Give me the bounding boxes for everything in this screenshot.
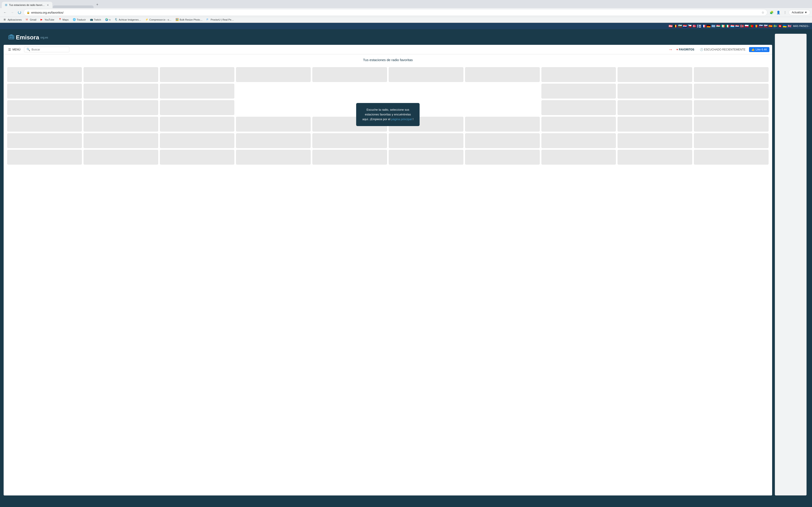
station-card[interactable] (694, 133, 768, 148)
station-card[interactable] (236, 150, 311, 165)
bookmark-maps[interactable]: 📍 Maps (57, 18, 70, 22)
station-card[interactable] (7, 67, 82, 82)
station-card[interactable] (618, 67, 692, 82)
station-card[interactable] (389, 150, 463, 165)
station-card[interactable] (542, 67, 616, 82)
extensions-button[interactable]: 🧩 (768, 9, 775, 16)
flag-fi[interactable]: 🇫🇮 (697, 24, 701, 28)
recent-button[interactable]: 🕐 ESCUCHADO RECIENTEMENTE (698, 47, 748, 52)
message-link[interactable]: página principal (391, 117, 412, 121)
menu-button[interactable]: ☰ MENÚ (6, 47, 22, 52)
station-card[interactable] (694, 117, 768, 131)
flag-ua[interactable]: 🇺🇦 (783, 24, 786, 28)
station-card[interactable] (84, 67, 158, 82)
flag-hr[interactable]: 🇭🇷 (683, 24, 687, 28)
flag-se[interactable]: 🇸🇪 (773, 24, 777, 28)
tab-close-button[interactable]: ✕ (46, 3, 50, 7)
favorites-button[interactable]: ♥ FAVORITOS (674, 47, 696, 52)
station-card[interactable] (312, 150, 387, 165)
station-card[interactable] (7, 117, 82, 131)
flag-gr[interactable]: 🇬🇷 (711, 24, 715, 28)
station-card[interactable] (389, 67, 463, 82)
station-card[interactable] (84, 133, 158, 148)
station-card[interactable] (160, 100, 235, 115)
station-card[interactable] (160, 117, 235, 131)
station-card[interactable] (236, 133, 311, 148)
flag-be[interactable]: 🇧🇪 (673, 24, 677, 28)
flag-es[interactable]: 🇪🇸 (768, 24, 772, 28)
station-card[interactable] (694, 84, 768, 99)
station-card[interactable] (84, 84, 158, 99)
new-tab[interactable] (53, 5, 94, 8)
station-card[interactable] (389, 133, 463, 148)
station-card[interactable] (84, 150, 158, 165)
back-button[interactable]: ← (2, 9, 8, 16)
station-card[interactable] (7, 100, 82, 115)
station-card[interactable] (542, 133, 616, 148)
station-card[interactable] (618, 100, 692, 115)
station-card[interactable] (542, 100, 616, 115)
flag-sk[interactable]: 🇸🇰 (764, 24, 768, 28)
station-card[interactable] (465, 67, 540, 82)
bookmark-twitch[interactable]: 📺 Twitch (88, 18, 103, 22)
station-card[interactable] (7, 84, 82, 99)
station-card[interactable] (236, 117, 311, 131)
like-button[interactable]: 👍 Like 6.4K (749, 47, 769, 52)
station-card[interactable] (84, 117, 158, 131)
station-card[interactable] (694, 150, 768, 165)
station-card[interactable] (694, 67, 768, 82)
station-card[interactable] (618, 133, 692, 148)
station-card[interactable] (694, 100, 768, 115)
flag-hu[interactable]: 🇭🇺 (716, 24, 720, 28)
flag-ro[interactable]: 🇷🇴 (754, 24, 758, 28)
bookmark-traducir[interactable]: 🌐 Traducir (71, 18, 88, 22)
profile-button[interactable]: 👤 (775, 9, 781, 16)
flag-fr[interactable]: 🇫🇷 (702, 24, 706, 28)
mas-paises-button[interactable]: MÁS PAÍSES › (793, 25, 810, 27)
station-card[interactable] (236, 67, 311, 82)
station-card[interactable] (465, 150, 540, 165)
bookmark-bulk[interactable]: 🖼️ Bulk Resize Photo… (174, 18, 204, 22)
station-card[interactable] (542, 150, 616, 165)
flag-pt[interactable]: 🇵🇹 (750, 24, 753, 28)
station-card[interactable] (160, 133, 235, 148)
station-card[interactable] (312, 67, 387, 82)
active-tab[interactable]: Tus estaciones de radio favori… ✕ (2, 2, 52, 8)
flag-no[interactable]: 🇳🇴 (740, 24, 744, 28)
flag-ie[interactable]: 🇮🇪 (721, 24, 725, 28)
flag-ru[interactable]: 🇷🇺 (759, 24, 763, 28)
new-tab-button[interactable]: + (94, 1, 100, 8)
station-card[interactable] (618, 117, 692, 131)
update-button[interactable]: Actualizar ▼ (789, 10, 810, 15)
station-card[interactable] (542, 84, 616, 99)
bookmark-youtube[interactable]: ▶ YouTube (39, 18, 56, 22)
flag-at[interactable]: 🇦🇹 (669, 24, 672, 28)
flag-dk[interactable]: 🇩🇰 (692, 24, 696, 28)
station-card[interactable] (618, 150, 692, 165)
bookmark-gmail[interactable]: M Gmail (24, 18, 38, 22)
flag-ch[interactable]: 🇨🇭 (778, 24, 782, 28)
station-card[interactable] (542, 117, 616, 131)
bookmark-compressor[interactable]: ⚡ Compressor.io - o… (143, 18, 173, 22)
flag-lu[interactable]: 🇱🇺 (730, 24, 734, 28)
reload-button[interactable] (16, 9, 23, 16)
bookmark-star-icon[interactable]: ☆ (761, 11, 764, 14)
station-card[interactable] (7, 133, 82, 148)
flag-nl[interactable]: 🇳🇱 (735, 24, 739, 28)
station-card[interactable] (618, 84, 692, 99)
flag-gb[interactable]: 🇬🇧 (788, 24, 792, 28)
forward-button[interactable]: → (9, 9, 15, 16)
bookmark-proctoru[interactable]: P ProctorU | Real Pe… (205, 18, 236, 22)
flag-pl[interactable]: 🇵🇱 (745, 24, 749, 28)
flag-cz[interactable]: 🇨🇿 (688, 24, 692, 28)
station-card[interactable] (465, 117, 540, 131)
flag-bg[interactable]: 🇧🇬 (678, 24, 682, 28)
station-card[interactable] (160, 84, 235, 99)
address-bar[interactable]: 🔒 emisora.org.es/favoritos/ ☆ (23, 9, 767, 16)
station-card[interactable] (7, 150, 82, 165)
search-input[interactable] (32, 48, 67, 51)
station-card[interactable] (160, 67, 235, 82)
station-card[interactable] (160, 150, 235, 165)
bookmark-apps[interactable]: ⊞ Aplicaciones (2, 18, 23, 22)
station-card[interactable] (465, 133, 540, 148)
